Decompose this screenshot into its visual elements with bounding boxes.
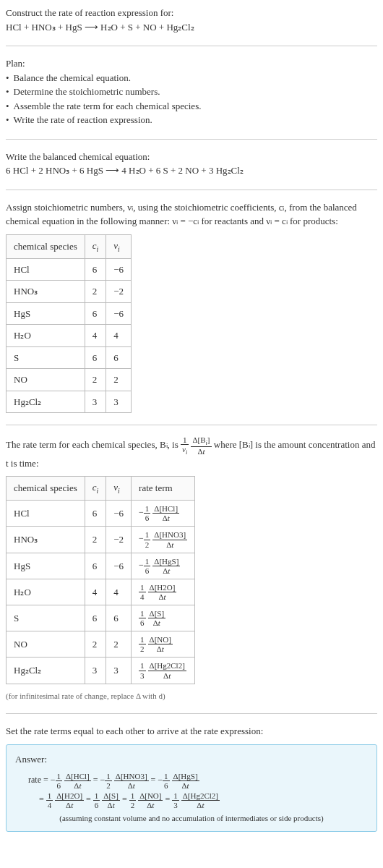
cell-v: 3 bbox=[106, 391, 132, 413]
cell-species: HCl bbox=[7, 501, 85, 527]
cell-c: 6 bbox=[85, 302, 106, 325]
balanced-title: Write the balanced chemical equation: bbox=[6, 150, 377, 164]
table-header-row: chemical species ci νi bbox=[7, 234, 132, 258]
cell-v: −6 bbox=[106, 258, 132, 281]
cell-v: −6 bbox=[106, 302, 132, 325]
table-row: S6616 Δ[S]Δt bbox=[7, 605, 195, 631]
cell-v: −2 bbox=[106, 281, 132, 303]
plan-title: Plan: bbox=[6, 56, 377, 71]
answer-label: Answer: bbox=[15, 752, 368, 767]
table-row: H₂O4414 Δ[H2O]Δt bbox=[7, 579, 195, 605]
answer-box: Answer: rate = −16 Δ[HCl]Δt = −12 Δ[HNO3… bbox=[6, 744, 377, 833]
cell-rate: 16 Δ[S]Δt bbox=[132, 605, 195, 631]
table-row: Hg₂Cl₂3313 Δ[Hg2Cl2]Δt bbox=[7, 658, 195, 684]
stoich-section: Assign stoichiometric numbers, νᵢ, using… bbox=[6, 200, 377, 414]
rateterm-frac-delta: Δ[Bi]Δt bbox=[191, 435, 211, 456]
col-vi: νi bbox=[106, 234, 132, 258]
rateterm-note: (for infinitesimal rate of change, repla… bbox=[6, 690, 377, 702]
cell-c: 6 bbox=[85, 258, 106, 281]
cell-rate: −16 Δ[HgS]Δt bbox=[132, 553, 195, 579]
cell-rate: 14 Δ[H2O]Δt bbox=[132, 579, 195, 605]
table-row: H₂O44 bbox=[7, 325, 132, 347]
cell-rate: −16 Δ[HCl]Δt bbox=[132, 501, 195, 527]
cell-c: 6 bbox=[85, 605, 106, 631]
cell-v: −6 bbox=[106, 553, 132, 579]
divider bbox=[6, 46, 377, 46]
col-rate: rate term bbox=[132, 477, 195, 501]
cell-rate: −12 Δ[HNO3]Δt bbox=[132, 527, 195, 553]
cell-c: 2 bbox=[85, 527, 106, 553]
cell-c: 6 bbox=[85, 346, 106, 369]
table-row: HCl6−6 bbox=[7, 258, 132, 281]
balanced-equation: 6 HCl + 2 HNO₃ + 6 HgS ⟶ 4 H₂O + 6 S + 2… bbox=[6, 163, 377, 178]
plan-item: Assemble the rate term for each chemical… bbox=[6, 99, 377, 114]
cell-v: 2 bbox=[106, 631, 132, 658]
table-row: HNO₃2−2−12 Δ[HNO3]Δt bbox=[7, 527, 195, 553]
rateterm-intro-before: The rate term for each chemical species,… bbox=[6, 439, 181, 450]
cell-v: 6 bbox=[106, 346, 132, 369]
table-row: NO22 bbox=[7, 369, 132, 391]
cell-species: HgS bbox=[7, 553, 85, 579]
cell-c: 2 bbox=[85, 631, 106, 658]
plan-list: Balance the chemical equation. Determine… bbox=[6, 71, 377, 127]
rateterm-frac-outer: 1νi bbox=[181, 435, 189, 456]
col-species: chemical species bbox=[7, 477, 85, 501]
cell-species: NO bbox=[7, 369, 85, 391]
cell-species: Hg₂Cl₂ bbox=[7, 658, 85, 684]
divider bbox=[6, 190, 377, 190]
cell-species: HCl bbox=[7, 258, 85, 281]
intro-prompt: Construct the rate of reaction expressio… bbox=[6, 6, 377, 20]
cell-species: HgS bbox=[7, 302, 85, 325]
cell-v: −6 bbox=[106, 501, 132, 527]
cell-species: HNO₃ bbox=[7, 281, 85, 303]
cell-c: 4 bbox=[85, 579, 106, 605]
table-row: HCl6−6−16 Δ[HCl]Δt bbox=[7, 501, 195, 527]
table-row: NO2212 Δ[NO]Δt bbox=[7, 631, 195, 658]
cell-v: 3 bbox=[106, 658, 132, 684]
stoich-table: chemical species ci νi HCl6−6HNO₃2−2HgS6… bbox=[6, 234, 132, 414]
plan-item: Determine the stoichiometric numbers. bbox=[6, 85, 377, 99]
cell-v: 2 bbox=[106, 369, 132, 391]
col-ci: ci bbox=[85, 477, 106, 501]
col-ci: ci bbox=[85, 234, 106, 258]
intro-section: Construct the rate of reaction expressio… bbox=[6, 6, 377, 34]
table-header-row: chemical species ci νi rate term bbox=[7, 477, 195, 501]
cell-species: S bbox=[7, 346, 85, 369]
cell-rate: 12 Δ[NO]Δt bbox=[132, 631, 195, 658]
cell-species: HNO₃ bbox=[7, 527, 85, 553]
cell-species: H₂O bbox=[7, 325, 85, 347]
intro-equation: HCl + HNO₃ + HgS ⟶ H₂O + S + NO + Hg₂Cl₂ bbox=[6, 20, 377, 35]
cell-c: 4 bbox=[85, 325, 106, 347]
divider bbox=[6, 139, 377, 140]
col-vi: νi bbox=[106, 477, 132, 501]
stoich-intro: Assign stoichiometric numbers, νᵢ, using… bbox=[6, 200, 377, 229]
table-row: HNO₃2−2 bbox=[7, 281, 132, 303]
cell-c: 2 bbox=[85, 281, 106, 303]
cell-c: 6 bbox=[85, 501, 106, 527]
rateterm-section: The rate term for each chemical species,… bbox=[6, 435, 377, 702]
answer-equation: rate = −16 Δ[HCl]Δt = −12 Δ[HNO3]Δt = −1… bbox=[28, 770, 368, 809]
plan-section: Plan: Balance the chemical equation. Det… bbox=[6, 56, 377, 127]
balanced-section: Write the balanced chemical equation: 6 … bbox=[6, 150, 377, 178]
cell-v: 4 bbox=[106, 325, 132, 347]
answer-note: (assuming constant volume and no accumul… bbox=[15, 812, 368, 825]
cell-c: 3 bbox=[85, 391, 106, 413]
cell-c: 3 bbox=[85, 658, 106, 684]
table-row: Hg₂Cl₂33 bbox=[7, 391, 132, 413]
cell-species: NO bbox=[7, 631, 85, 658]
cell-c: 2 bbox=[85, 369, 106, 391]
cell-rate: 13 Δ[Hg2Cl2]Δt bbox=[132, 658, 195, 684]
table-row: HgS6−6−16 Δ[HgS]Δt bbox=[7, 553, 195, 579]
divider bbox=[6, 425, 377, 425]
plan-item: Write the rate of reaction expression. bbox=[6, 113, 377, 127]
plan-item: Balance the chemical equation. bbox=[6, 71, 377, 85]
divider bbox=[6, 713, 377, 714]
cell-species: Hg₂Cl₂ bbox=[7, 391, 85, 413]
table-row: HgS6−6 bbox=[7, 302, 132, 325]
rateterm-table: chemical species ci νi rate term HCl6−6−… bbox=[6, 476, 195, 684]
final-title: Set the rate terms equal to each other t… bbox=[6, 724, 377, 739]
col-species: chemical species bbox=[7, 234, 85, 258]
cell-species: H₂O bbox=[7, 579, 85, 605]
table-row: S66 bbox=[7, 346, 132, 369]
final-section: Set the rate terms equal to each other t… bbox=[6, 724, 377, 832]
